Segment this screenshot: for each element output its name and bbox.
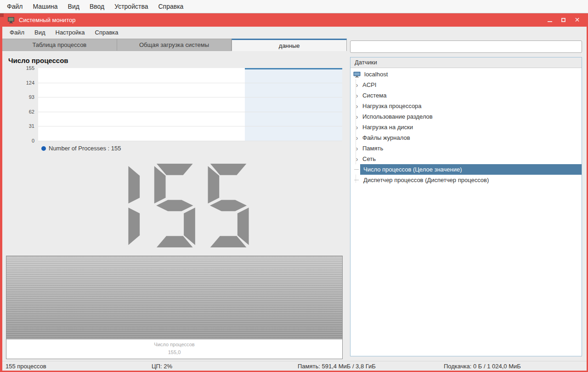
- y-tick: 155: [26, 65, 34, 71]
- lcd-display[interactable]: [2, 163, 347, 250]
- tree-item-disk-load[interactable]: › Нагрузка на диски: [351, 122, 582, 132]
- status-process-count: 155 процессов: [2, 363, 148, 370]
- maximize-button[interactable]: [560, 17, 566, 23]
- tree-item-acpi[interactable]: › ACPI: [351, 80, 582, 90]
- status-cpu: ЦП: 2%: [148, 363, 294, 370]
- expander-icon[interactable]: ›: [353, 145, 361, 152]
- menu-view[interactable]: Вид: [29, 27, 51, 39]
- chart-title: Число процессов: [8, 57, 347, 67]
- statusbar: 155 процессов ЦП: 2% Память: 591,4 МиБ /…: [2, 361, 587, 371]
- menu-file[interactable]: Файл: [5, 27, 29, 39]
- expander-icon[interactable]: ›: [353, 135, 361, 141]
- system-monitor-window: Системный монитор ✕ Файл Вид Настройка С…: [0, 13, 588, 372]
- sensor-tree-header[interactable]: Датчики: [351, 57, 582, 68]
- host-menu-machine[interactable]: Машина: [28, 0, 62, 13]
- expander-icon[interactable]: ›: [353, 124, 361, 131]
- grid-line: [38, 83, 342, 83]
- status-swap: Подкачка: 0 Б / 1 024,0 МиБ: [441, 363, 587, 370]
- tree-item-log-files[interactable]: › Файлы журналов: [351, 132, 582, 143]
- window-title: Системный монитор: [19, 17, 75, 23]
- bar-graph-widget[interactable]: Число процессов 155,0: [6, 256, 343, 359]
- tree-item-partition-usage[interactable]: › Использование разделов: [351, 111, 582, 122]
- titlebar[interactable]: Системный монитор ✕: [2, 13, 587, 27]
- window-corner-accent: [0, 13, 4, 17]
- worksheet-tabbar: Таблица процессов Общая загрузка системы…: [2, 39, 347, 51]
- host-menu-devices[interactable]: Устройства: [109, 0, 153, 13]
- expander-icon[interactable]: ›: [353, 114, 361, 120]
- tree-branch-dash: [354, 180, 359, 180]
- grid-line: [38, 97, 342, 97]
- expander-icon[interactable]: ›: [353, 82, 361, 88]
- tab-process-table[interactable]: Таблица процессов: [2, 39, 117, 51]
- tab-system-load[interactable]: Общая загрузка системы: [117, 39, 232, 51]
- y-tick: 0: [32, 138, 34, 143]
- tree-item-localhost[interactable]: localhost: [351, 69, 582, 80]
- host-menu-file[interactable]: Файл: [2, 0, 28, 13]
- close-button[interactable]: ✕: [574, 17, 580, 23]
- grid-line: [38, 141, 342, 141]
- chart-legend: Number of Processes : 155: [41, 145, 347, 152]
- y-tick: 124: [26, 80, 34, 86]
- tree-item-process-count[interactable]: Число процессов (Целое значение): [351, 164, 582, 175]
- sensor-tree: Датчики localhost › ACPI: [350, 57, 582, 356]
- process-count-chart: 155 124 93 62 31 0: [2, 68, 347, 141]
- legend-dot-icon: [41, 146, 46, 151]
- tree-item-process-controller[interactable]: Диспетчер процессов (Диспетчер процессов…: [351, 175, 582, 185]
- host-menubar: Файл Машина Вид Ввод Устройства Справка: [0, 0, 588, 13]
- y-axis: 155 124 93 62 31 0: [2, 68, 38, 141]
- plot-area[interactable]: [38, 68, 342, 141]
- minimize-button[interactable]: [547, 17, 553, 23]
- menu-help[interactable]: Справка: [90, 27, 124, 39]
- grid-line: [38, 112, 342, 112]
- computer-icon: [353, 71, 361, 78]
- app-menubar: Файл Вид Настройка Справка: [2, 27, 587, 39]
- bar-graph-sensor-value: 155,0: [6, 349, 342, 356]
- worksheet: Число процессов 155 124 93 62 31 0: [2, 51, 347, 361]
- sensor-tree-body: localhost › ACPI › Система › Нагрузка пр…: [351, 68, 582, 356]
- tree-item-network[interactable]: › Сеть: [351, 154, 582, 164]
- bar-graph-label: Число процессов 155,0: [6, 339, 342, 359]
- y-tick: 31: [29, 123, 34, 129]
- tree-item-memory[interactable]: › Память: [351, 143, 582, 154]
- sensor-browser: Датчики localhost › ACPI: [347, 39, 587, 361]
- expander-icon[interactable]: ›: [353, 103, 361, 109]
- status-memory: Память: 591,4 МиБ / 3,8 ГиБ: [294, 363, 441, 370]
- tree-item-system[interactable]: › Система: [351, 90, 582, 101]
- window-icon: [7, 17, 15, 23]
- tree-item-cpu-load[interactable]: › Нагрузка процессора: [351, 101, 582, 111]
- host-menu-help[interactable]: Справка: [153, 0, 188, 13]
- tab-data[interactable]: данные: [232, 39, 347, 51]
- menu-settings[interactable]: Настройка: [51, 27, 90, 39]
- bar-graph-stripes: [6, 256, 342, 339]
- host-menu-input[interactable]: Ввод: [85, 0, 109, 13]
- expander-icon[interactable]: ›: [353, 156, 361, 162]
- series-area-fill: [245, 68, 342, 141]
- y-tick: 93: [29, 94, 34, 100]
- tree-branch-dash: [354, 169, 359, 170]
- grid-line: [38, 126, 342, 126]
- legend-label: Number of Processes : 155: [49, 145, 121, 152]
- expander-icon[interactable]: ›: [353, 92, 361, 99]
- host-menu-view[interactable]: Вид: [63, 0, 85, 13]
- y-tick: 62: [29, 109, 34, 114]
- bar-graph-sensor-name: Число процессов: [6, 341, 342, 349]
- sensor-search-input[interactable]: [350, 40, 582, 53]
